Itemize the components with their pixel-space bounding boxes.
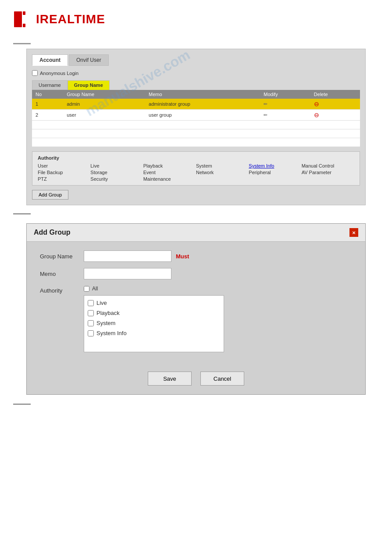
playback-checkbox[interactable]: [88, 310, 94, 316]
authority-item-system: System: [196, 163, 249, 168]
table-row[interactable]: 1 admin administrator group ✏ ⊖: [32, 99, 360, 110]
sysinfo-label: System Info: [96, 330, 127, 336]
modify-icon-1[interactable]: ✏: [264, 101, 267, 107]
section-divider-2: [13, 213, 31, 214]
checkbox-item-sysinfo: System Info: [88, 328, 220, 338]
bottom-divider: [13, 404, 31, 405]
delete-icon-2[interactable]: ⊖: [314, 111, 319, 118]
add-group-dialog: Add Group × Group Name Must Memo Authori…: [26, 223, 366, 395]
sysinfo-checkbox[interactable]: [88, 330, 94, 336]
delete-icon-1[interactable]: ⊖: [314, 100, 319, 107]
sub-tab-groupname[interactable]: Group Name: [68, 80, 110, 90]
dialog-titlebar: Add Group ×: [27, 224, 365, 242]
authority-item-peripheral: Peripheral: [249, 170, 301, 175]
authority-item-sysinfo: System Info: [249, 163, 301, 168]
playback-label: Playback: [96, 310, 120, 316]
authority-content: All Live Playback System: [84, 286, 352, 352]
live-checkbox[interactable]: [88, 300, 94, 306]
dialog-footer: Save Cancel: [27, 367, 365, 394]
dialog-overlay: manualshive.com Add Group × Group Name M…: [26, 223, 366, 395]
cell-delete[interactable]: ⊖: [310, 99, 360, 110]
table-row-empty: [32, 129, 360, 138]
account-panel: Account Onvif User Anonymous Login Usern…: [26, 49, 366, 205]
svg-rect-0: [14, 11, 22, 27]
logo-icon: [13, 8, 36, 31]
dialog-title: Add Group: [34, 229, 71, 236]
main-tabs: Account Onvif User: [32, 54, 360, 66]
anonymous-login-row: Anonymous Login: [32, 70, 360, 76]
cell-modify[interactable]: ✏: [260, 99, 310, 110]
checkbox-item-live: Live: [88, 298, 220, 308]
live-label: Live: [96, 300, 107, 306]
authority-title: Authority: [38, 155, 354, 161]
table-row-empty: [32, 138, 360, 147]
cancel-button[interactable]: Cancel: [200, 372, 244, 386]
logo: IREALTIME: [13, 8, 379, 31]
group-name-row: Group Name Must: [40, 250, 352, 262]
cell-name: user: [63, 110, 145, 121]
tab-account[interactable]: Account: [32, 54, 68, 66]
table-row-empty: [32, 121, 360, 129]
dialog-body: Group Name Must Memo Authority All: [27, 242, 365, 367]
cell-modify[interactable]: ✏: [260, 110, 310, 121]
authority-item-manualctrl: Manual Control: [302, 163, 354, 168]
all-label: All: [92, 286, 98, 292]
authority-label: Authority: [40, 286, 79, 294]
authority-item-ptz: PTZ: [38, 176, 90, 182]
system-label: System: [96, 320, 115, 326]
save-button[interactable]: Save: [148, 372, 192, 386]
section-divider-1: [13, 43, 31, 44]
col-groupname: Group Name: [63, 90, 145, 99]
authority-item-filebackup: File Backup: [38, 170, 90, 175]
authority-item-security: Security: [90, 176, 143, 182]
group-table: No Group Name Memo Modify Delete 1 admin…: [32, 90, 360, 147]
memo-input[interactable]: [84, 268, 171, 279]
authority-item-maintenance: Maintenance: [143, 176, 196, 182]
add-group-button[interactable]: Add Group: [32, 190, 68, 200]
authority-item-avparam: AV Parameter: [302, 170, 354, 175]
cell-delete[interactable]: ⊖: [310, 110, 360, 121]
authority-grid: User Live Playback System System Info Ma…: [38, 163, 354, 182]
col-delete: Delete: [310, 90, 360, 99]
logo-brand: REALTIME: [40, 12, 105, 26]
group-name-label: Group Name: [40, 253, 79, 260]
authority-item-network: Network: [196, 170, 249, 175]
all-row: All: [84, 286, 352, 292]
modify-icon-2[interactable]: ✏: [264, 112, 267, 118]
sub-tabs: Username Group Name: [32, 80, 360, 90]
col-modify: Modify: [260, 90, 310, 99]
cell-no: 1: [32, 99, 63, 110]
group-name-input[interactable]: [84, 250, 171, 262]
checkbox-item-system: System: [88, 318, 220, 328]
cell-name: admin: [63, 99, 145, 110]
authority-section: Authority User Live Playback System Syst…: [32, 151, 360, 186]
authority-item-live: Live: [90, 163, 143, 168]
anonymous-login-checkbox[interactable]: [32, 70, 38, 76]
system-checkbox[interactable]: [88, 320, 94, 326]
authority-item-event: Event: [143, 170, 196, 175]
checkbox-item-playback: Playback: [88, 308, 220, 318]
checkbox-list[interactable]: Live Playback System System Info: [84, 295, 224, 352]
svg-rect-1: [23, 11, 25, 15]
header: IREALTIME: [0, 0, 392, 35]
sub-tab-username[interactable]: Username: [32, 80, 68, 90]
col-memo: Memo: [145, 90, 260, 99]
panel1-wrapper: manualshive.com Account Onvif User Anony…: [0, 49, 392, 205]
col-no: No: [32, 90, 63, 99]
authority-item-storage: Storage: [90, 170, 143, 175]
tab-onvif-user[interactable]: Onvif User: [69, 54, 109, 66]
dialog-authority-row: Authority All Live Playback: [40, 286, 352, 352]
all-checkbox[interactable]: [84, 286, 89, 292]
authority-item-user: User: [38, 163, 90, 168]
table-row[interactable]: 2 user user group ✏ ⊖: [32, 110, 360, 121]
memo-label: Memo: [40, 271, 79, 277]
authority-item-playback: Playback: [143, 163, 196, 168]
logo-letter: I: [36, 12, 40, 26]
must-label: Must: [176, 253, 189, 260]
cell-no: 2: [32, 110, 63, 121]
anonymous-login-label: Anonymous Login: [40, 71, 78, 76]
dialog-close-button[interactable]: ×: [349, 228, 358, 237]
cell-memo: user group: [145, 110, 260, 121]
memo-row: Memo: [40, 268, 352, 279]
cell-memo: administrator group: [145, 99, 260, 110]
